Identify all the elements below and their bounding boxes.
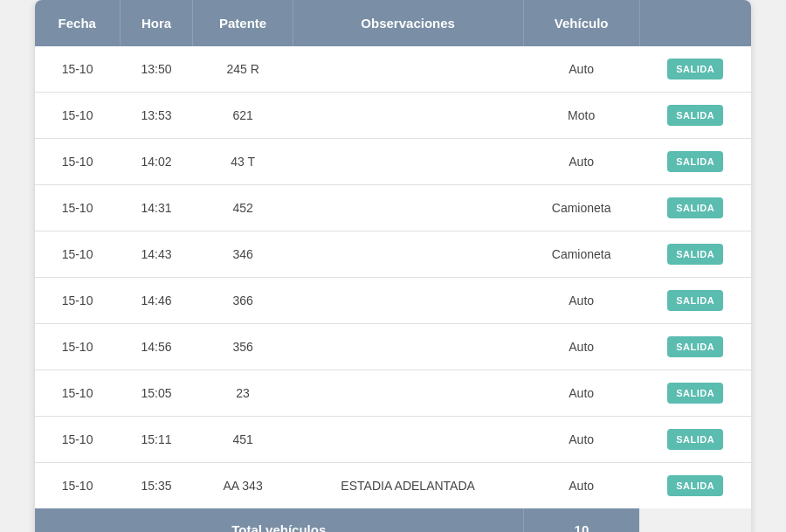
cell-observaciones [293, 370, 523, 417]
cell-fecha: 15-10 [35, 417, 120, 463]
salida-button[interactable]: SALIDA [667, 197, 723, 218]
cell-hora: 14:02 [120, 139, 193, 185]
cell-vehiculo: Auto [523, 324, 639, 370]
cell-vehiculo: Auto [523, 463, 639, 509]
cell-patente: 346 [193, 231, 293, 278]
table-row: 15-1014:0243 TAutoSALIDA [35, 139, 751, 185]
salida-button[interactable]: SALIDA [667, 336, 723, 357]
header-hora: Hora [120, 0, 193, 46]
table-row: 15-1015:35AA 343ESTADIA ADELANTADAAutoSA… [35, 463, 751, 509]
cell-patente: 451 [193, 417, 293, 463]
cell-fecha: 15-10 [35, 93, 120, 139]
cell-fecha: 15-10 [35, 370, 120, 417]
cell-action[interactable]: SALIDA [639, 278, 751, 324]
cell-hora: 13:53 [120, 93, 193, 139]
total-label: Total vehículos [35, 508, 523, 532]
cell-patente: 356 [193, 324, 293, 370]
table-row: 15-1014:46366AutoSALIDA [35, 278, 751, 324]
cell-observaciones [293, 46, 523, 93]
salida-button[interactable]: SALIDA [667, 290, 723, 311]
header-fecha: Fecha [35, 0, 120, 46]
cell-patente: 621 [193, 93, 293, 139]
cell-hora: 13:50 [120, 46, 193, 93]
cell-patente: 23 [193, 370, 293, 417]
cell-action[interactable]: SALIDA [639, 46, 751, 93]
vehicle-table-container: Fecha Hora Patente Observaciones Vehícul… [35, 0, 751, 532]
cell-action[interactable]: SALIDA [639, 185, 751, 231]
table-row: 15-1015:11451AutoSALIDA [35, 417, 751, 463]
cell-hora: 14:56 [120, 324, 193, 370]
cell-patente: 245 R [193, 46, 293, 93]
cell-hora: 14:46 [120, 278, 193, 324]
cell-vehiculo: Moto [523, 93, 639, 139]
cell-patente: 43 T [193, 139, 293, 185]
cell-action[interactable]: SALIDA [639, 463, 751, 509]
cell-fecha: 15-10 [35, 46, 120, 93]
header-vehiculo: Vehículo [523, 0, 639, 46]
salida-button[interactable]: SALIDA [667, 475, 723, 496]
cell-vehiculo: Auto [523, 370, 639, 417]
cell-vehiculo: Auto [523, 46, 639, 93]
salida-button[interactable]: SALIDA [667, 105, 723, 126]
cell-observaciones [293, 93, 523, 139]
cell-action[interactable]: SALIDA [639, 93, 751, 139]
cell-action[interactable]: SALIDA [639, 139, 751, 185]
cell-patente: AA 343 [193, 463, 293, 509]
header-observaciones: Observaciones [293, 0, 523, 46]
cell-action[interactable]: SALIDA [639, 231, 751, 278]
table-row: 15-1013:53621MotoSALIDA [35, 93, 751, 139]
cell-fecha: 15-10 [35, 278, 120, 324]
header-action [639, 0, 751, 46]
cell-vehiculo: Auto [523, 278, 639, 324]
table-header-row: Fecha Hora Patente Observaciones Vehícul… [35, 0, 751, 46]
cell-patente: 452 [193, 185, 293, 231]
cell-fecha: 15-10 [35, 463, 120, 509]
table-body: 15-1013:50245 RAutoSALIDA15-1013:53621Mo… [35, 46, 751, 508]
vehicle-table: Fecha Hora Patente Observaciones Vehícul… [35, 0, 751, 532]
cell-fecha: 15-10 [35, 185, 120, 231]
cell-action[interactable]: SALIDA [639, 324, 751, 370]
table-row: 15-1014:56356AutoSALIDA [35, 324, 751, 370]
salida-button[interactable]: SALIDA [667, 429, 723, 450]
cell-vehiculo: Camioneta [523, 185, 639, 231]
salida-button[interactable]: SALIDA [667, 59, 723, 79]
cell-patente: 366 [193, 278, 293, 324]
cell-observaciones [293, 185, 523, 231]
header-patente: Patente [193, 0, 293, 46]
salida-button[interactable]: SALIDA [667, 244, 723, 265]
total-value: 10 [523, 508, 639, 532]
cell-hora: 15:35 [120, 463, 193, 509]
cell-fecha: 15-10 [35, 324, 120, 370]
salida-button[interactable]: SALIDA [667, 151, 723, 172]
cell-observaciones: ESTADIA ADELANTADA [293, 463, 523, 509]
footer-empty-cell [639, 508, 751, 532]
cell-observaciones [293, 417, 523, 463]
table-footer-row: Total vehículos 10 [35, 508, 751, 532]
cell-observaciones [293, 324, 523, 370]
salida-button[interactable]: SALIDA [667, 383, 723, 404]
cell-observaciones [293, 231, 523, 278]
cell-hora: 15:11 [120, 417, 193, 463]
cell-action[interactable]: SALIDA [639, 417, 751, 463]
cell-hora: 14:43 [120, 231, 193, 278]
cell-hora: 14:31 [120, 185, 193, 231]
cell-vehiculo: Camioneta [523, 231, 639, 278]
table-row: 15-1014:43346CamionetaSALIDA [35, 231, 751, 278]
cell-hora: 15:05 [120, 370, 193, 417]
table-row: 15-1015:0523AutoSALIDA [35, 370, 751, 417]
cell-observaciones [293, 278, 523, 324]
table-row: 15-1013:50245 RAutoSALIDA [35, 46, 751, 93]
table-row: 15-1014:31452CamionetaSALIDA [35, 185, 751, 231]
cell-action[interactable]: SALIDA [639, 370, 751, 417]
cell-vehiculo: Auto [523, 417, 639, 463]
cell-vehiculo: Auto [523, 139, 639, 185]
cell-fecha: 15-10 [35, 231, 120, 278]
cell-fecha: 15-10 [35, 139, 120, 185]
cell-observaciones [293, 139, 523, 185]
